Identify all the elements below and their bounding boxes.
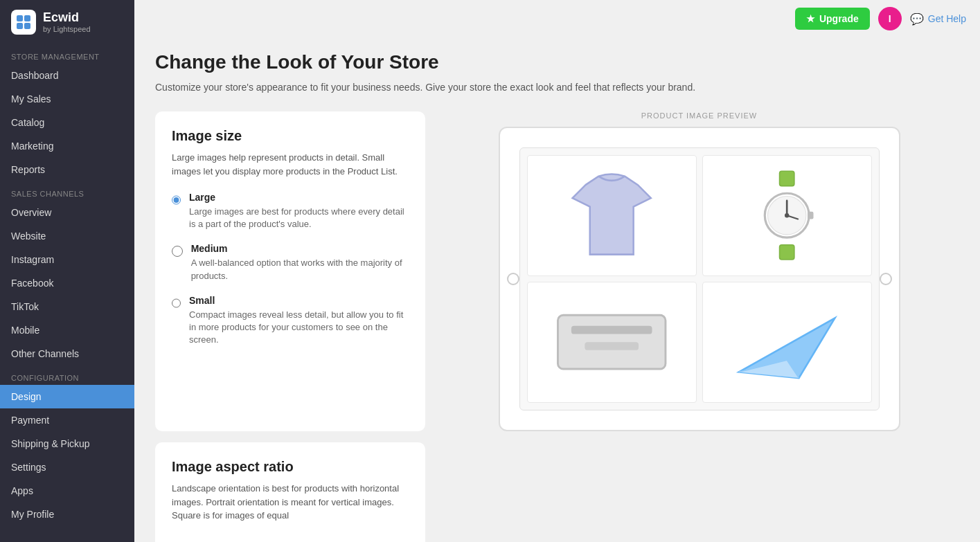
help-label: Get Help xyxy=(928,13,966,24)
sidebar-item-my-profile[interactable]: My Profile xyxy=(0,503,134,526)
sidebar-logo: Ecwid by Lightspeed xyxy=(0,0,134,44)
preview-box xyxy=(499,127,900,431)
main-content: ★ Upgrade I 💬 Get Help Change the Look o… xyxy=(134,0,980,542)
ecwid-logo-icon xyxy=(11,10,36,35)
sidebar: Ecwid by Lightspeed Store management Das… xyxy=(0,0,134,542)
topbar: ★ Upgrade I 💬 Get Help xyxy=(134,0,980,37)
configuration-label: Configuration xyxy=(0,365,134,385)
upgrade-button[interactable]: ★ Upgrade xyxy=(795,8,870,30)
get-help-button[interactable]: 💬 Get Help xyxy=(910,12,966,26)
radio-small-label: Small xyxy=(189,295,409,306)
preview-cell-watch xyxy=(702,155,872,276)
preview-container: PRODUCT IMAGE PREVIEW xyxy=(439,111,959,431)
brand-name: Ecwid xyxy=(43,10,91,26)
brand-text: Ecwid by Lightspeed xyxy=(43,10,91,35)
chat-icon: 💬 xyxy=(910,12,924,26)
svg-rect-15 xyxy=(585,342,639,350)
radio-small: Small Compact images reveal less detail,… xyxy=(172,295,409,347)
image-size-desc: Large images help represent products in … xyxy=(172,151,409,178)
preview-grid xyxy=(519,147,880,410)
sidebar-item-other-channels[interactable]: Other Channels xyxy=(0,342,134,365)
page-subtitle: Customize your store's appearance to fit… xyxy=(155,80,959,95)
svg-rect-2 xyxy=(17,23,23,29)
aspect-ratio-desc: Landscape orientation is best for produc… xyxy=(172,482,409,523)
sidebar-item-shipping[interactable]: Shipping & Pickup xyxy=(0,432,134,455)
svg-rect-0 xyxy=(17,15,23,21)
radio-medium: Medium A well-balanced option that works… xyxy=(172,243,409,282)
preview-label: PRODUCT IMAGE PREVIEW xyxy=(641,111,757,120)
radio-small-desc: Compact images reveal less detail, but a… xyxy=(189,309,409,347)
svg-rect-3 xyxy=(24,23,30,29)
radio-large: Large Large images are best for products… xyxy=(172,192,409,231)
sidebar-item-catalog[interactable]: Catalog xyxy=(0,111,134,134)
sidebar-item-dashboard[interactable]: Dashboard xyxy=(0,64,134,87)
svg-point-11 xyxy=(785,213,789,217)
sidebar-item-settings[interactable]: Settings xyxy=(0,455,134,479)
sales-channels-label: Sales channels xyxy=(0,181,134,201)
sidebar-item-tiktok[interactable]: TikTok xyxy=(0,295,134,318)
svg-rect-12 xyxy=(808,212,814,219)
sidebar-item-apps[interactable]: Apps xyxy=(0,479,134,503)
radio-medium-input[interactable] xyxy=(172,245,183,258)
radio-medium-desc: A well-balanced option that works with t… xyxy=(191,257,409,282)
avatar-button[interactable]: I xyxy=(878,7,902,30)
svg-rect-1 xyxy=(24,15,30,21)
radio-large-input[interactable] xyxy=(172,194,181,206)
image-size-card: Image size Large images help represent p… xyxy=(155,111,425,431)
preview-cell-shirt xyxy=(527,155,697,276)
svg-rect-5 xyxy=(779,172,794,186)
sidebar-item-design[interactable]: Design xyxy=(0,385,134,408)
radio-large-text: Large Large images are best for products… xyxy=(189,192,409,231)
sidebar-item-overview[interactable]: Overview xyxy=(0,201,134,224)
radio-small-input[interactable] xyxy=(172,297,181,309)
page-content: Change the Look of Your Store Customize … xyxy=(134,37,980,542)
svg-rect-14 xyxy=(571,326,652,334)
preview-cell-bottom-left xyxy=(527,282,697,403)
svg-rect-6 xyxy=(779,245,794,260)
sidebar-item-my-sales[interactable]: My Sales xyxy=(0,87,134,111)
sidebar-item-facebook[interactable]: Facebook xyxy=(0,271,134,295)
sidebar-item-payment[interactable]: Payment xyxy=(0,408,134,432)
nav-dot-left xyxy=(507,273,519,285)
content-row: Image size Large images help represent p… xyxy=(155,111,959,431)
image-aspect-ratio-card: Image aspect ratio Landscape orientation… xyxy=(155,442,425,542)
star-icon: ★ xyxy=(806,13,815,24)
radio-small-text: Small Compact images reveal less detail,… xyxy=(189,295,409,347)
sidebar-item-instagram[interactable]: Instagram xyxy=(0,248,134,271)
nav-dot-right xyxy=(880,273,892,285)
sidebar-item-mobile[interactable]: Mobile xyxy=(0,318,134,342)
sidebar-item-website[interactable]: Website xyxy=(0,224,134,248)
page-title: Change the Look of Your Store xyxy=(155,51,959,73)
radio-medium-text: Medium A well-balanced option that works… xyxy=(191,243,409,282)
aspect-ratio-title: Image aspect ratio xyxy=(172,459,409,475)
radio-medium-label: Medium xyxy=(191,243,409,254)
sidebar-item-marketing[interactable]: Marketing xyxy=(0,134,134,158)
preview-cell-bottom-right xyxy=(702,282,872,403)
sidebar-item-reports[interactable]: Reports xyxy=(0,158,134,181)
image-size-title: Image size xyxy=(172,128,409,144)
brand-sub: by Lightspeed xyxy=(43,25,91,34)
store-management-label: Store management xyxy=(0,44,134,64)
upgrade-label: Upgrade xyxy=(819,13,859,24)
radio-large-label: Large xyxy=(189,192,409,203)
radio-large-desc: Large images are best for products where… xyxy=(189,206,409,231)
